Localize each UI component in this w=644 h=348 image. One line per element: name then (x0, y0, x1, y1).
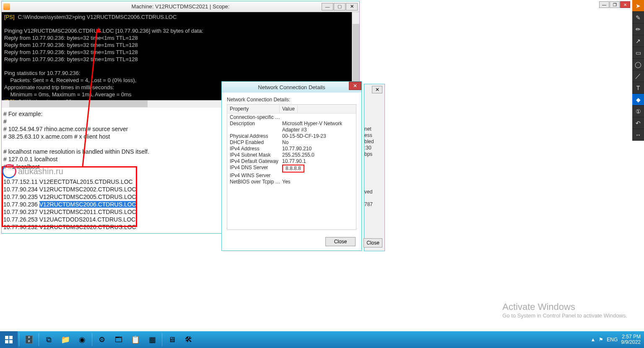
snip-toolbar: ➤ ✎ ✏ ↗ ▭ ◯ ／ T ◆ ① ↶ ↔ (632, 0, 644, 140)
dialog-titlebar[interactable]: Network Connection Details ✕ (222, 82, 361, 93)
maximize-button[interactable]: ▢ (334, 3, 345, 10)
table-row: Physical Address00-15-5D-CF-19-23 (227, 133, 356, 139)
parent-status-dialog: ✕ net ess bled :30 bps ved 787 Close (364, 84, 385, 251)
watermark-logo-icon (2, 164, 16, 178)
tray-up-icon[interactable]: ▲ (590, 337, 595, 343)
parent-peek-text: net ess bled :30 bps ved 787 (364, 126, 374, 208)
highlighter-tool-icon[interactable]: ✏ (632, 23, 644, 35)
minimize-button[interactable]: — (322, 3, 333, 10)
powershell-icon[interactable]: ⧉ (40, 331, 57, 348)
server-manager-icon[interactable]: 🗄️ (21, 331, 37, 348)
annotation-arrow-head (96, 28, 101, 33)
activate-windows-watermark: Activate Windows Go to System in Control… (502, 302, 627, 319)
table-row: DescriptionMicrosoft Hyper-V Network Ada… (227, 121, 356, 133)
outer-window-controls: — ❐ ✕ (599, 1, 630, 8)
taskbar: 🗄️ ⧉ 📁 ◉ ⚙ 🗔 📋 ▦ 🖥 🛠 ▲ ⚑ ENG 2:57 PM 9/9… (0, 331, 644, 348)
undo-icon[interactable]: ↶ (632, 117, 644, 129)
app-icon[interactable]: 🖥 (164, 331, 180, 348)
app-icon[interactable]: 📋 (127, 331, 144, 348)
start-button[interactable] (0, 331, 18, 348)
tray-lang[interactable]: ENG (607, 337, 618, 343)
watermark: alukashin.ru (2, 164, 63, 178)
vm-title-text: Machine: V12RUCTDMSC2021 | Scope: (132, 3, 230, 10)
parent-close-button[interactable]: Close (364, 238, 382, 247)
explorer-icon[interactable]: 📁 (57, 331, 74, 348)
line-tool-icon[interactable]: ／ (632, 70, 644, 82)
dns-highlight: 8.8.8.8 (282, 165, 304, 173)
ellipse-tool-icon[interactable]: ◯ (632, 59, 644, 70)
close-button[interactable]: ✕ (346, 3, 358, 10)
text-tool-icon[interactable]: T (632, 82, 644, 94)
control-panel-icon[interactable]: 🛠 (180, 331, 197, 348)
rect-tool-icon[interactable]: ▭ (632, 47, 644, 59)
blur-tool-icon[interactable]: ◆ (632, 94, 644, 106)
chrome-icon[interactable]: ◉ (74, 331, 91, 348)
outer-restore[interactable]: ❐ (610, 1, 620, 8)
app-icon[interactable]: 🗔 (110, 331, 127, 348)
table-row: Connection-specific DN... (227, 114, 356, 121)
outer-close[interactable]: ✕ (620, 1, 630, 8)
tray-date: 9/9/2022 (621, 340, 641, 345)
app-icon[interactable]: ▦ (144, 331, 161, 348)
app-icon[interactable]: ⚙ (93, 331, 110, 348)
system-tray[interactable]: ▲ ⚑ ENG 2:57 PM 9/9/2022 (590, 334, 644, 345)
dialog-label: Network Connection Details: (227, 97, 356, 103)
close-button[interactable]: Close (325, 237, 356, 246)
table-row: IPv4 Address10.77.90.210 (227, 146, 356, 152)
tray-flag-icon[interactable]: ⚑ (599, 337, 603, 343)
table-row: NetBIOS over Tcpip En...Yes (227, 179, 356, 185)
property-table: Property Value Connection-specific DN...… (227, 104, 356, 230)
dialog-close-button[interactable]: ✕ (349, 82, 361, 90)
network-details-dialog: Network Connection Details ✕ Network Con… (221, 81, 362, 251)
col-property[interactable]: Property (227, 105, 280, 113)
table-row: IPv4 WINS Server (227, 173, 356, 179)
dialog-title-text: Network Connection Details (258, 84, 325, 90)
table-row: IPv4 DNS Server8.8.8.8 (227, 165, 356, 173)
pen-tool-icon[interactable]: ✎ (632, 12, 644, 23)
counter-tool-icon[interactable]: ① (632, 106, 644, 117)
table-row: IPv4 Default Gateway10.77.90.1 (227, 158, 356, 165)
parent-close-x[interactable]: ✕ (372, 86, 382, 93)
outer-minimize[interactable]: — (599, 1, 609, 8)
table-row: IPv4 Subnet Mask255.255.255.0 (227, 152, 356, 158)
col-value[interactable]: Value (280, 105, 298, 113)
table-row: DHCP EnabledNo (227, 139, 356, 146)
expand-icon[interactable]: ↔ (632, 129, 644, 141)
vm-icon (3, 3, 10, 10)
pointer-tool-icon[interactable]: ➤ (632, 0, 644, 12)
vm-titlebar[interactable]: Machine: V12RUCTDMSC2021 | Scope: — ▢ ✕ (2, 1, 359, 12)
arrow-tool-icon[interactable]: ↗ (632, 35, 644, 47)
